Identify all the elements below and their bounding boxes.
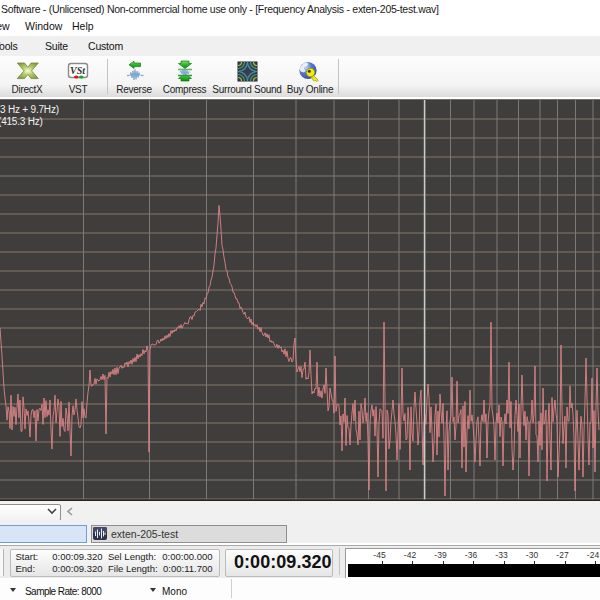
svg-text:3 Hz + 9.7Hz): 3 Hz + 9.7Hz) [0, 104, 59, 115]
svg-text:(415.3 Hz): (415.3 Hz) [0, 116, 43, 127]
svg-text:VSt: VSt [70, 65, 86, 76]
